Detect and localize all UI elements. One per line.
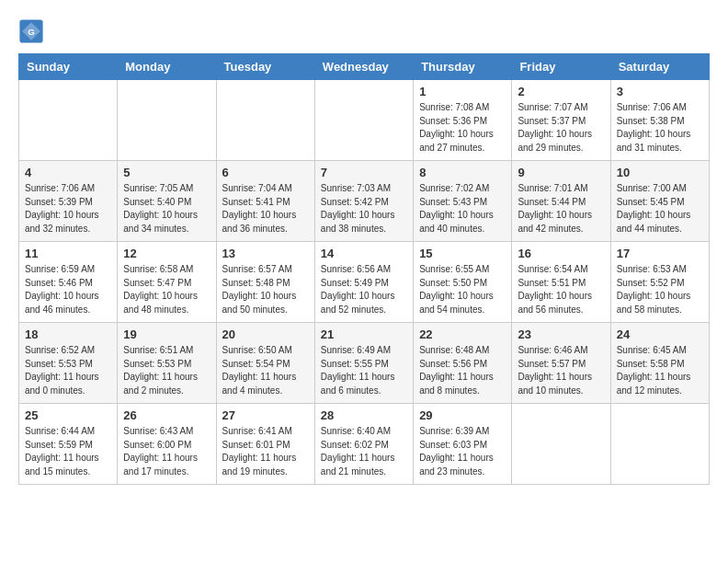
day-info: Sunrise: 6:44 AM Sunset: 5:59 PM Dayligh… [25, 425, 111, 478]
day-number: 14 [321, 247, 407, 260]
weekday-header-tuesday: Tuesday [216, 54, 314, 80]
calendar-cell: 4Sunrise: 7:06 AM Sunset: 5:39 PM Daylig… [19, 161, 118, 242]
day-info: Sunrise: 7:06 AM Sunset: 5:39 PM Dayligh… [25, 182, 111, 236]
calendar-cell: 25Sunrise: 6:44 AM Sunset: 5:59 PM Dayli… [19, 404, 118, 485]
calendar-cell: 8Sunrise: 7:02 AM Sunset: 5:43 PM Daylig… [414, 161, 512, 242]
calendar-cell: 22Sunrise: 6:48 AM Sunset: 5:56 PM Dayli… [414, 323, 512, 404]
calendar-cell: 12Sunrise: 6:58 AM Sunset: 5:47 PM Dayli… [118, 242, 216, 323]
weekday-header-sunday: Sunday [19, 54, 118, 80]
day-number: 23 [518, 327, 604, 341]
day-info: Sunrise: 6:54 AM Sunset: 5:51 PM Dayligh… [518, 263, 604, 316]
day-number: 18 [25, 327, 111, 341]
calendar-cell: 5Sunrise: 7:05 AM Sunset: 5:40 PM Daylig… [118, 161, 216, 242]
calendar-cell: 13Sunrise: 6:57 AM Sunset: 5:48 PM Dayli… [216, 242, 314, 323]
day-info: Sunrise: 6:45 AM Sunset: 5:58 PM Dayligh… [617, 344, 703, 397]
calendar-cell: 2Sunrise: 7:07 AM Sunset: 5:37 PM Daylig… [512, 80, 610, 161]
day-info: Sunrise: 6:48 AM Sunset: 5:56 PM Dayligh… [419, 344, 506, 397]
day-number: 27 [222, 408, 309, 422]
day-info: Sunrise: 7:04 AM Sunset: 5:41 PM Dayligh… [222, 182, 309, 236]
day-info: Sunrise: 7:00 AM Sunset: 5:45 PM Dayligh… [617, 182, 703, 236]
calendar-cell: 19Sunrise: 6:51 AM Sunset: 5:53 PM Dayli… [118, 323, 216, 404]
day-number: 24 [617, 327, 703, 341]
day-number: 22 [419, 327, 506, 341]
calendar-cell: 11Sunrise: 6:59 AM Sunset: 5:46 PM Dayli… [19, 242, 118, 323]
day-number: 10 [617, 166, 703, 179]
day-info: Sunrise: 6:51 AM Sunset: 5:53 PM Dayligh… [123, 344, 210, 397]
calendar-cell [118, 80, 216, 161]
weekday-header-wednesday: Wednesday [314, 54, 413, 80]
calendar-cell [610, 404, 709, 485]
day-number: 25 [25, 408, 111, 422]
day-number: 29 [419, 408, 506, 422]
day-info: Sunrise: 6:41 AM Sunset: 6:01 PM Dayligh… [222, 425, 309, 478]
calendar-cell: 28Sunrise: 6:40 AM Sunset: 6:02 PM Dayli… [314, 404, 413, 485]
calendar-cell [216, 80, 314, 161]
calendar-cell: 24Sunrise: 6:45 AM Sunset: 5:58 PM Dayli… [610, 323, 709, 404]
calendar-cell: 17Sunrise: 6:53 AM Sunset: 5:52 PM Dayli… [610, 242, 709, 323]
calendar-table: SundayMondayTuesdayWednesdayThursdayFrid… [18, 53, 710, 485]
day-info: Sunrise: 6:52 AM Sunset: 5:53 PM Dayligh… [25, 344, 111, 397]
day-number: 20 [222, 327, 309, 341]
day-number: 17 [617, 247, 703, 260]
calendar-cell [512, 404, 610, 485]
day-info: Sunrise: 6:58 AM Sunset: 5:47 PM Dayligh… [123, 263, 210, 316]
day-number: 1 [419, 85, 506, 98]
day-number: 2 [518, 85, 604, 98]
calendar-cell: 18Sunrise: 6:52 AM Sunset: 5:53 PM Dayli… [19, 323, 118, 404]
calendar-cell: 27Sunrise: 6:41 AM Sunset: 6:01 PM Dayli… [216, 404, 314, 485]
day-number: 13 [222, 247, 309, 260]
day-number: 7 [321, 166, 407, 179]
day-number: 8 [419, 166, 506, 179]
calendar-cell [314, 80, 413, 161]
day-number: 15 [419, 247, 506, 260]
day-number: 21 [321, 327, 407, 341]
header: G [18, 18, 710, 44]
calendar-cell: 21Sunrise: 6:49 AM Sunset: 5:55 PM Dayli… [314, 323, 413, 404]
day-info: Sunrise: 6:59 AM Sunset: 5:46 PM Dayligh… [25, 263, 111, 316]
logo: G [18, 18, 48, 44]
day-info: Sunrise: 7:07 AM Sunset: 5:37 PM Dayligh… [518, 101, 604, 155]
day-number: 3 [617, 85, 703, 98]
day-info: Sunrise: 7:01 AM Sunset: 5:44 PM Dayligh… [518, 182, 604, 236]
day-number: 11 [25, 247, 111, 260]
day-number: 12 [123, 247, 210, 260]
day-info: Sunrise: 6:53 AM Sunset: 5:52 PM Dayligh… [617, 263, 703, 316]
day-info: Sunrise: 6:46 AM Sunset: 5:57 PM Dayligh… [518, 344, 604, 397]
calendar-cell: 14Sunrise: 6:56 AM Sunset: 5:49 PM Dayli… [314, 242, 413, 323]
day-number: 6 [222, 166, 309, 179]
day-number: 5 [123, 166, 210, 179]
weekday-header-friday: Friday [512, 54, 610, 80]
calendar-cell: 23Sunrise: 6:46 AM Sunset: 5:57 PM Dayli… [512, 323, 610, 404]
calendar-cell: 26Sunrise: 6:43 AM Sunset: 6:00 PM Dayli… [118, 404, 216, 485]
calendar-cell: 3Sunrise: 7:06 AM Sunset: 5:38 PM Daylig… [610, 80, 709, 161]
day-info: Sunrise: 6:43 AM Sunset: 6:00 PM Dayligh… [123, 425, 210, 478]
calendar-cell [19, 80, 118, 161]
day-number: 4 [25, 166, 111, 179]
day-info: Sunrise: 6:40 AM Sunset: 6:02 PM Dayligh… [321, 425, 407, 478]
day-info: Sunrise: 6:49 AM Sunset: 5:55 PM Dayligh… [321, 344, 407, 397]
day-number: 19 [123, 327, 210, 341]
day-info: Sunrise: 6:56 AM Sunset: 5:49 PM Dayligh… [321, 263, 407, 316]
calendar-cell: 16Sunrise: 6:54 AM Sunset: 5:51 PM Dayli… [512, 242, 610, 323]
calendar-cell: 15Sunrise: 6:55 AM Sunset: 5:50 PM Dayli… [414, 242, 512, 323]
weekday-header-saturday: Saturday [610, 54, 709, 80]
calendar-cell: 1Sunrise: 7:08 AM Sunset: 5:36 PM Daylig… [414, 80, 512, 161]
day-number: 16 [518, 247, 604, 260]
day-info: Sunrise: 7:05 AM Sunset: 5:40 PM Dayligh… [123, 182, 210, 236]
day-info: Sunrise: 7:03 AM Sunset: 5:42 PM Dayligh… [321, 182, 407, 236]
calendar-cell: 20Sunrise: 6:50 AM Sunset: 5:54 PM Dayli… [216, 323, 314, 404]
calendar-cell: 9Sunrise: 7:01 AM Sunset: 5:44 PM Daylig… [512, 161, 610, 242]
calendar-cell: 29Sunrise: 6:39 AM Sunset: 6:03 PM Dayli… [414, 404, 512, 485]
logo-icon: G [18, 18, 44, 44]
weekday-header-monday: Monday [118, 54, 216, 80]
day-info: Sunrise: 6:50 AM Sunset: 5:54 PM Dayligh… [222, 344, 309, 397]
day-info: Sunrise: 7:06 AM Sunset: 5:38 PM Dayligh… [617, 101, 703, 155]
day-info: Sunrise: 7:08 AM Sunset: 5:36 PM Dayligh… [419, 101, 506, 155]
day-info: Sunrise: 7:02 AM Sunset: 5:43 PM Dayligh… [419, 182, 506, 236]
day-info: Sunrise: 6:55 AM Sunset: 5:50 PM Dayligh… [419, 263, 506, 316]
day-number: 28 [321, 408, 407, 422]
calendar-cell: 6Sunrise: 7:04 AM Sunset: 5:41 PM Daylig… [216, 161, 314, 242]
weekday-header-thursday: Thursday [414, 54, 512, 80]
svg-text:G: G [28, 27, 35, 37]
day-info: Sunrise: 6:39 AM Sunset: 6:03 PM Dayligh… [419, 425, 506, 478]
